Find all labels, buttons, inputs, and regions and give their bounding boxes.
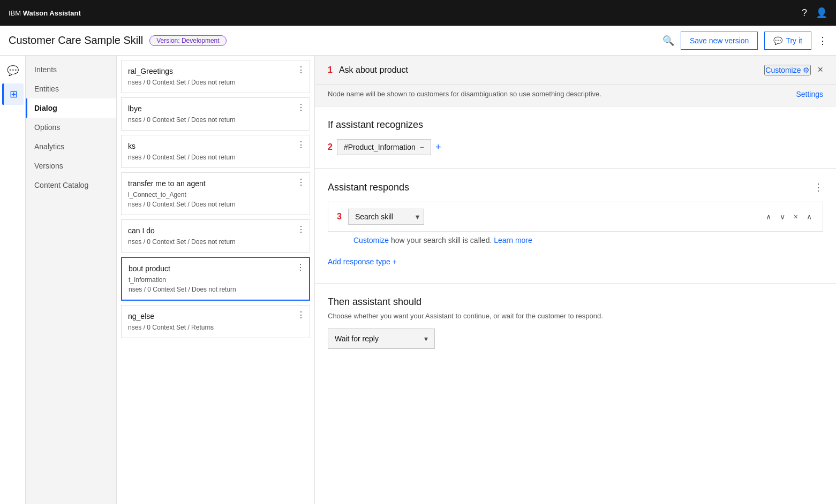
condition-num-badge: 2: [328, 142, 333, 152]
response-type-select[interactable]: Search skill: [349, 209, 424, 224]
node-title-6: ng_else: [128, 312, 303, 320]
chat-icon: 💬: [773, 36, 782, 45]
gear-icon: ⚙: [803, 66, 810, 74]
response-collapse-button[interactable]: ∧: [804, 211, 814, 222]
node-num-badge: 1: [328, 65, 333, 75]
node-subtitle-5: t_Information: [129, 276, 303, 284]
sidebar-icon-chat[interactable]: 💬: [2, 60, 24, 81]
header-bar: Customer Care Sample Skill Version: Deve…: [0, 26, 836, 56]
node-meta-1: nses / 0 Context Set / Does not return: [128, 116, 303, 124]
icon-sidebar: 💬 ⊞: [0, 56, 26, 504]
node-name-actions: Customize ⚙ ×: [764, 64, 823, 75]
page-title: Customer Care Sample Skill: [9, 34, 143, 47]
node-meta-3: nses / 0 Context Set / Does not return: [128, 201, 303, 208]
response-detail: Customize how your search skill is calle…: [328, 232, 823, 249]
brand-area: IBM Watson Assistant: [9, 9, 81, 17]
dialog-node-3[interactable]: transfer me to an agent l_Connect_to_Age…: [121, 172, 310, 215]
condition-minus-button[interactable]: −: [420, 143, 424, 151]
then-select-wrapper: Wait for reply: [328, 329, 435, 349]
dialog-node-4[interactable]: can I do nses / 0 Context Set / Does not…: [121, 219, 310, 253]
response-item: 3 Search skill ▾ ∧ ∨ × ∧: [328, 202, 823, 232]
node-meta-4: nses / 0 Context Set / Does not return: [128, 238, 303, 246]
dialog-list: ral_Greetings nses / 0 Context Set / Doe…: [117, 56, 315, 504]
nav-item-content-catalog[interactable]: Content Catalog: [26, 175, 116, 195]
dialog-node-5[interactable]: bout product t_Information nses / 0 Cont…: [121, 257, 310, 301]
dialog-node-6[interactable]: ng_else nses / 0 Context Set / Returns ⋮: [121, 305, 310, 338]
top-nav-actions: ? 👤: [802, 7, 827, 19]
node-meta-0: nses / 0 Context Set / Does not return: [128, 79, 303, 86]
dialog-node-1[interactable]: lbye nses / 0 Context Set / Does not ret…: [121, 97, 310, 131]
node-meta-6: nses / 0 Context Set / Returns: [128, 324, 303, 331]
header-more-button[interactable]: ⋮: [818, 35, 827, 47]
customize-link[interactable]: Customize: [353, 236, 389, 245]
close-button[interactable]: ×: [817, 64, 823, 75]
search-icon: 🔍: [662, 35, 674, 46]
node-title-1: lbye: [128, 104, 303, 113]
add-response-label: Add response type: [328, 257, 390, 266]
search-button[interactable]: 🔍: [662, 35, 674, 47]
node-title-4: can I do: [128, 226, 303, 235]
condition-label: #Product_Information: [344, 143, 416, 151]
response-section: Assistant responds ⋮ 3 Search skill ▾ ∧ …: [315, 169, 836, 284]
nav-item-options[interactable]: Options: [26, 118, 116, 137]
node-meta-5: nses / 0 Context Set / Does not return: [129, 286, 303, 293]
response-type-wrapper: Search skill ▾: [348, 209, 424, 225]
then-title: Then assistant should: [328, 296, 823, 308]
nav-sidebar: Intents Entities Dialog Options Analytic…: [26, 56, 117, 504]
sidebar-icon-grid[interactable]: ⊞: [2, 83, 24, 105]
node-menu-0[interactable]: ⋮: [297, 65, 305, 75]
condition-tag: #Product_Information −: [337, 139, 431, 155]
node-title-0: ral_Greetings: [128, 67, 303, 75]
then-select[interactable]: Wait for reply: [328, 329, 434, 348]
response-num-badge: 3: [337, 212, 342, 222]
dialog-node-0[interactable]: ral_Greetings nses / 0 Context Set / Doe…: [121, 60, 310, 93]
header-actions: 🔍 Save new version 💬 Try it ⋮: [662, 32, 827, 50]
brand-logo: IBM Watson Assistant: [9, 9, 81, 17]
response-header: Assistant responds ⋮: [328, 181, 823, 193]
response-down-button[interactable]: ∨: [778, 210, 787, 223]
nav-item-versions[interactable]: Versions: [26, 156, 116, 175]
then-section: Then assistant should Choose whether you…: [315, 284, 836, 362]
main-layout: 💬 ⊞ Intents Entities Dialog Options Anal…: [0, 56, 836, 504]
user-icon[interactable]: 👤: [816, 7, 827, 19]
node-title-5: bout product: [129, 264, 303, 273]
node-menu-6[interactable]: ⋮: [297, 310, 305, 320]
node-menu-2[interactable]: ⋮: [297, 140, 305, 150]
try-it-button[interactable]: 💬 Try it: [764, 32, 811, 50]
dialog-node-2[interactable]: ks nses / 0 Context Set / Does not retur…: [121, 135, 310, 168]
customize-button[interactable]: Customize ⚙: [764, 65, 811, 75]
node-title-3: transfer me to an agent: [128, 179, 303, 188]
nav-item-analytics[interactable]: Analytics: [26, 137, 116, 156]
node-name-input[interactable]: [339, 65, 758, 75]
node-menu-4[interactable]: ⋮: [297, 224, 305, 234]
response-more-button[interactable]: ⋮: [814, 181, 823, 193]
save-version-button[interactable]: Save new version: [681, 32, 758, 50]
learn-more-link[interactable]: Learn more: [494, 236, 532, 245]
top-nav: IBM Watson Assistant ? 👤: [0, 0, 836, 26]
node-menu-5[interactable]: ⋮: [296, 262, 305, 272]
version-badge[interactable]: Version: Development: [149, 35, 226, 46]
node-desc: Node name will be shown to customers for…: [328, 90, 787, 98]
nav-item-entities[interactable]: Entities: [26, 79, 116, 98]
condition-plus-button[interactable]: +: [435, 142, 441, 153]
detail-panel: 1 Customize ⚙ × Node name will be shown …: [315, 56, 836, 504]
then-desc: Choose whether you want your Assistant t…: [328, 312, 823, 320]
node-meta-2: nses / 0 Context Set / Does not return: [128, 154, 303, 161]
response-delete-button[interactable]: ×: [792, 210, 800, 223]
response-controls: ∧ ∨ × ∧: [764, 210, 814, 223]
nav-item-dialog[interactable]: Dialog: [26, 98, 116, 118]
if-recognizes-section: If assistant recognizes 2 #Product_Infor…: [315, 106, 836, 169]
node-menu-1[interactable]: ⋮: [297, 102, 305, 112]
help-icon[interactable]: ?: [802, 7, 807, 19]
if-recognizes-title: If assistant recognizes: [328, 119, 823, 131]
node-menu-3[interactable]: ⋮: [297, 177, 305, 187]
node-name-row: 1 Customize ⚙ ×: [315, 56, 836, 85]
response-title: Assistant responds: [328, 182, 409, 193]
node-title-2: ks: [128, 142, 303, 150]
response-up-button[interactable]: ∧: [764, 210, 773, 223]
nav-item-intents[interactable]: Intents: [26, 60, 116, 79]
settings-button[interactable]: Settings: [796, 90, 823, 98]
response-detail-text: how your search skill is called.: [391, 236, 494, 245]
add-response-button[interactable]: Add response type +: [328, 253, 397, 270]
node-subtitle-3: l_Connect_to_Agent: [128, 191, 303, 198]
